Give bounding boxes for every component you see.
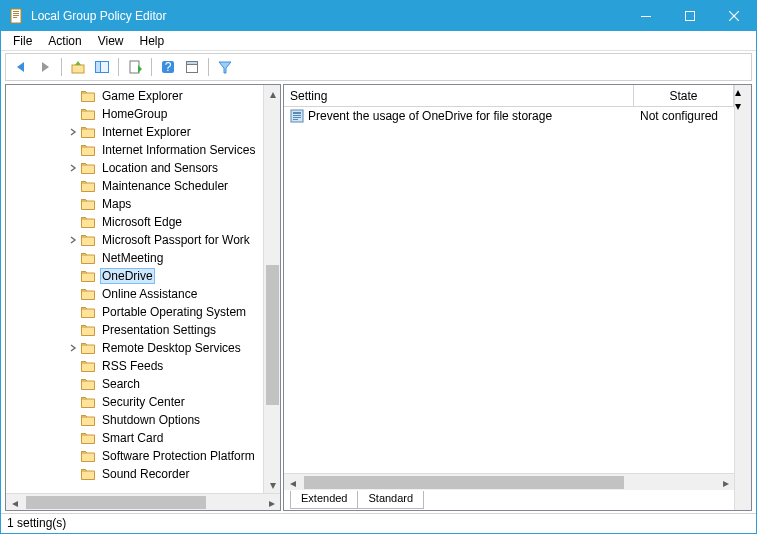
tree-item-label: Maps	[100, 197, 133, 211]
policy-tree[interactable]: Game ExplorerHomeGroupInternet ExplorerI…	[6, 85, 263, 485]
menu-view[interactable]: View	[90, 32, 132, 50]
tree-item[interactable]: Security Center	[6, 393, 263, 411]
expand-chevron-icon[interactable]	[66, 125, 80, 139]
folder-icon	[80, 250, 96, 266]
tree-item[interactable]: Game Explorer	[6, 87, 263, 105]
setting-row[interactable]: Prevent the usage of OneDrive for file s…	[284, 107, 734, 125]
folder-icon	[80, 340, 96, 356]
svg-rect-23	[293, 112, 301, 114]
scroll-right-arrow[interactable]: ▸	[717, 474, 734, 491]
policy-setting-icon	[290, 109, 304, 123]
tree-item[interactable]: Software Protection Platform	[6, 447, 263, 465]
expand-chevron-icon	[66, 287, 80, 301]
status-bar: 1 setting(s)	[1, 513, 756, 533]
scroll-down-arrow[interactable]: ▾	[735, 99, 751, 113]
tree-item-label: Security Center	[100, 395, 187, 409]
expand-chevron-icon	[66, 323, 80, 337]
column-header-setting[interactable]: Setting	[284, 85, 634, 106]
list-horizontal-scrollbar[interactable]: ◂ ▸	[284, 473, 734, 490]
help-button[interactable]: ?	[157, 56, 179, 78]
tree-item-label: Search	[100, 377, 142, 391]
close-button[interactable]	[712, 1, 756, 31]
tree-item-label: Maintenance Scheduler	[100, 179, 230, 193]
back-button[interactable]	[10, 56, 32, 78]
tree-item[interactable]: Online Assistance	[6, 285, 263, 303]
tree-item[interactable]: Microsoft Passport for Work	[6, 231, 263, 249]
tree-item[interactable]: Smart Card	[6, 429, 263, 447]
tree-item-label: OneDrive	[100, 268, 155, 284]
tree-item[interactable]: Presentation Settings	[6, 321, 263, 339]
tree-item[interactable]: Sound Recorder	[6, 465, 263, 483]
folder-icon	[80, 358, 96, 374]
tree-item[interactable]: Maps	[6, 195, 263, 213]
tab-extended[interactable]: Extended	[290, 491, 358, 509]
svg-rect-6	[686, 12, 695, 21]
menu-help[interactable]: Help	[132, 32, 173, 50]
scroll-left-arrow[interactable]: ◂	[284, 474, 301, 491]
tree-item-label: Internet Information Services	[100, 143, 257, 157]
tree-item[interactable]: Search	[6, 375, 263, 393]
scroll-up-arrow[interactable]: ▴	[264, 85, 280, 102]
up-button[interactable]	[67, 56, 89, 78]
scroll-up-arrow[interactable]: ▴	[735, 85, 751, 99]
list-vertical-scrollbar[interactable]: ▴ ▾	[734, 85, 751, 510]
tree-item[interactable]: RSS Feeds	[6, 357, 263, 375]
minimize-button[interactable]	[624, 1, 668, 31]
properties-button[interactable]	[181, 56, 203, 78]
tree-item-label: Internet Explorer	[100, 125, 193, 139]
expand-chevron-icon[interactable]	[66, 341, 80, 355]
expand-chevron-icon[interactable]	[66, 161, 80, 175]
title-bar: Local Group Policy Editor	[1, 1, 756, 31]
svg-rect-3	[13, 15, 19, 16]
scroll-right-arrow[interactable]: ▸	[263, 494, 280, 511]
tree-vertical-scrollbar[interactable]: ▴ ▾	[263, 85, 280, 493]
scroll-down-arrow[interactable]: ▾	[264, 476, 280, 493]
expand-chevron-icon	[66, 359, 80, 373]
tree-item-label: Presentation Settings	[100, 323, 218, 337]
folder-icon	[80, 178, 96, 194]
column-header-state[interactable]: State	[634, 85, 734, 106]
setting-name: Prevent the usage of OneDrive for file s…	[308, 109, 552, 123]
tree-item[interactable]: Maintenance Scheduler	[6, 177, 263, 195]
folder-icon	[80, 106, 96, 122]
tree-item[interactable]: HomeGroup	[6, 105, 263, 123]
tree-item[interactable]: Microsoft Edge	[6, 213, 263, 231]
forward-button[interactable]	[34, 56, 56, 78]
menu-file[interactable]: File	[5, 32, 40, 50]
settings-list[interactable]: Prevent the usage of OneDrive for file s…	[284, 107, 734, 473]
tree-item-label: RSS Feeds	[100, 359, 165, 373]
expand-chevron-icon	[66, 143, 80, 157]
tree-item[interactable]: Portable Operating System	[6, 303, 263, 321]
tree-item[interactable]: Internet Explorer	[6, 123, 263, 141]
tree-item-label: Software Protection Platform	[100, 449, 257, 463]
tree-item[interactable]: Location and Sensors	[6, 159, 263, 177]
folder-icon	[80, 196, 96, 212]
menu-action[interactable]: Action	[40, 32, 89, 50]
view-tabs: ExtendedStandard	[284, 490, 734, 510]
filter-button[interactable]	[214, 56, 236, 78]
tree-item-label: Smart Card	[100, 431, 165, 445]
details-pane: SettingState Prevent the usage of OneDri…	[283, 84, 752, 511]
scrollbar-thumb[interactable]	[26, 496, 206, 509]
maximize-button[interactable]	[668, 1, 712, 31]
tree-item[interactable]: OneDrive	[6, 267, 263, 285]
tree-item-label: Game Explorer	[100, 89, 185, 103]
svg-rect-2	[13, 13, 19, 14]
svg-rect-26	[293, 119, 298, 120]
tree-item[interactable]: Internet Information Services	[6, 141, 263, 159]
tree-horizontal-scrollbar[interactable]: ◂ ▸	[6, 493, 280, 510]
scrollbar-thumb[interactable]	[266, 265, 279, 405]
svg-rect-4	[13, 17, 17, 18]
show-hide-console-tree-button[interactable]	[91, 56, 113, 78]
scrollbar-thumb[interactable]	[304, 476, 624, 489]
tree-item[interactable]: NetMeeting	[6, 249, 263, 267]
expand-chevron-icon[interactable]	[66, 233, 80, 247]
svg-marker-21	[219, 62, 231, 73]
scroll-left-arrow[interactable]: ◂	[6, 494, 23, 511]
tree-item[interactable]: Remote Desktop Services	[6, 339, 263, 357]
svg-rect-25	[293, 117, 301, 118]
export-list-button[interactable]	[124, 56, 146, 78]
tab-standard[interactable]: Standard	[357, 491, 424, 509]
tree-item[interactable]: Shutdown Options	[6, 411, 263, 429]
tree-item-label: Location and Sensors	[100, 161, 220, 175]
